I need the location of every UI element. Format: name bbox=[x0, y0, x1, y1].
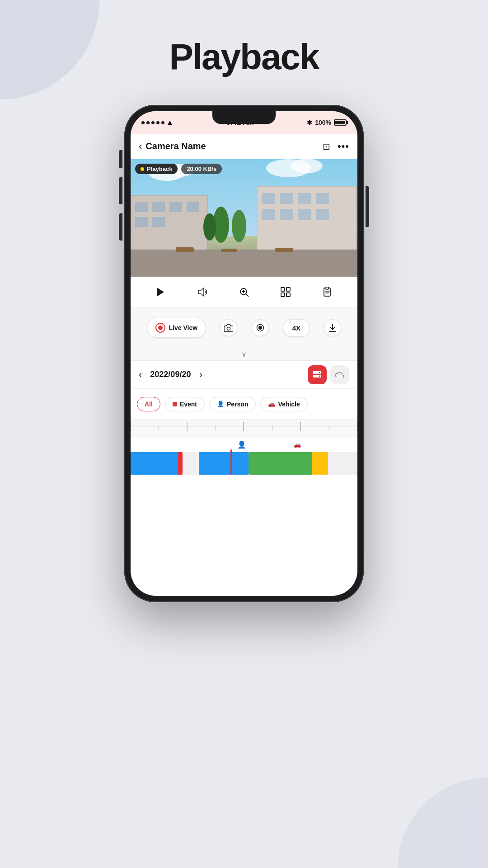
battery-icon bbox=[334, 119, 347, 126]
screenshot-button[interactable] bbox=[220, 319, 237, 336]
vehicle-icon: 🚗 bbox=[268, 401, 275, 407]
record-button[interactable] bbox=[252, 319, 269, 336]
svg-marker-29 bbox=[157, 288, 164, 297]
date-nav-controls: ‹ 2022/09/20 › bbox=[139, 369, 202, 381]
svg-line-32 bbox=[246, 294, 249, 297]
prev-date-button[interactable]: ‹ bbox=[139, 369, 142, 381]
event-dot-icon bbox=[173, 402, 177, 406]
local-storage-button[interactable] bbox=[308, 365, 327, 384]
svg-point-50 bbox=[319, 372, 320, 373]
play-button[interactable] bbox=[150, 282, 170, 302]
live-view-label: Live View bbox=[169, 324, 198, 331]
volume-button[interactable] bbox=[192, 282, 212, 302]
camera-icon bbox=[224, 324, 233, 332]
phone-frame: ▲ 9:41 AM ✱ 100% ‹ Camera Name ⊡ ••• bbox=[124, 105, 364, 602]
grid-button[interactable] bbox=[276, 282, 296, 302]
playback-dot bbox=[141, 167, 144, 171]
svg-rect-12 bbox=[135, 202, 148, 212]
svg-point-28 bbox=[291, 159, 323, 173]
svg-point-51 bbox=[319, 375, 320, 377]
record-icon bbox=[256, 324, 264, 332]
camera-scene bbox=[131, 159, 357, 277]
zoom-in-button[interactable] bbox=[234, 282, 254, 302]
svg-rect-24 bbox=[275, 248, 293, 252]
back-button[interactable]: ‹ bbox=[139, 141, 142, 152]
volume-up-button[interactable] bbox=[119, 177, 122, 204]
timeline-bar-green bbox=[249, 452, 312, 475]
filter-person-label: Person bbox=[227, 401, 248, 408]
filter-vehicle-label: Vehicle bbox=[278, 401, 300, 408]
power-button[interactable] bbox=[366, 186, 369, 227]
svg-marker-30 bbox=[198, 288, 204, 296]
download-button[interactable] bbox=[324, 319, 341, 336]
svg-rect-6 bbox=[316, 193, 329, 204]
live-view-icon bbox=[155, 323, 165, 333]
svg-point-20 bbox=[203, 213, 216, 241]
svg-rect-22 bbox=[176, 247, 194, 252]
svg-rect-23 bbox=[221, 249, 237, 252]
timeline-ticks-svg bbox=[131, 420, 357, 436]
bg-decoration-tl bbox=[0, 0, 99, 99]
signal-dot-3 bbox=[151, 121, 155, 124]
current-date: 2022/09/20 bbox=[150, 370, 191, 379]
timeline-bar-yellow bbox=[312, 452, 328, 475]
svg-rect-4 bbox=[280, 193, 293, 204]
filter-event-label: Event bbox=[180, 401, 197, 408]
svg-rect-9 bbox=[298, 209, 311, 220]
live-view-inner bbox=[158, 326, 163, 330]
battery-pct: 100% bbox=[315, 119, 331, 126]
clip-button[interactable] bbox=[318, 282, 338, 302]
silent-switch bbox=[119, 150, 122, 168]
timeline-cursor: 13:20:24 bbox=[230, 449, 232, 475]
filter-person[interactable]: 👤 Person bbox=[209, 397, 256, 411]
filter-vehicle[interactable]: 🚗 Vehicle bbox=[260, 397, 307, 411]
date-navigation: ‹ 2022/09/20 › bbox=[131, 361, 357, 389]
svg-rect-10 bbox=[316, 209, 329, 220]
svg-point-19 bbox=[232, 210, 246, 242]
svg-rect-40 bbox=[326, 287, 328, 289]
bluetooth-icon: ✱ bbox=[307, 119, 312, 126]
add-camera-icon[interactable]: ⊡ bbox=[323, 141, 330, 152]
status-right: ✱ 100% bbox=[307, 119, 347, 126]
app-header: ‹ Camera Name ⊡ ••• bbox=[131, 134, 357, 159]
timeline-bars[interactable]: 13:20:24 bbox=[131, 452, 357, 475]
svg-rect-21 bbox=[131, 250, 357, 277]
timeline-bar-blue-2 bbox=[199, 452, 249, 475]
wifi-icon: ▲ bbox=[166, 118, 174, 127]
volume-down-button[interactable] bbox=[119, 213, 122, 241]
cloud-storage-button[interactable] bbox=[330, 365, 349, 384]
more-options-icon[interactable]: ••• bbox=[338, 141, 349, 152]
chevron-row[interactable]: ∨ bbox=[131, 348, 357, 361]
live-view-button[interactable]: Live View bbox=[147, 318, 206, 338]
bg-decoration-br bbox=[398, 778, 488, 868]
signal-dot-2 bbox=[146, 121, 150, 124]
feed-badges: Playback 20.00 KB/s bbox=[135, 164, 222, 174]
page-title: Playback bbox=[169, 36, 319, 78]
controls-bar bbox=[131, 277, 357, 307]
svg-rect-5 bbox=[298, 193, 311, 204]
phone-screen: ▲ 9:41 AM ✱ 100% ‹ Camera Name ⊡ ••• bbox=[131, 111, 357, 596]
status-left: ▲ bbox=[141, 118, 174, 127]
header-title: Camera Name bbox=[145, 141, 206, 151]
filter-event[interactable]: Event bbox=[165, 397, 205, 411]
timeline-area[interactable]: 11:00 12:00 13:00 14:00 15:00 👤 🚗 bbox=[131, 420, 357, 475]
timeline-bar-red bbox=[178, 452, 183, 475]
next-date-button[interactable]: › bbox=[199, 369, 202, 381]
filter-all[interactable]: All bbox=[137, 397, 160, 411]
signal-dot-1 bbox=[141, 121, 145, 124]
speed-label: 4X bbox=[292, 324, 300, 332]
chevron-down-icon: ∨ bbox=[241, 350, 247, 359]
svg-rect-13 bbox=[152, 202, 165, 212]
svg-rect-36 bbox=[286, 288, 290, 291]
svg-rect-17 bbox=[152, 217, 165, 227]
svg-rect-35 bbox=[281, 288, 285, 291]
svg-rect-37 bbox=[281, 293, 285, 297]
person-event-icon: 👤 bbox=[237, 440, 246, 449]
playback-badge: Playback bbox=[135, 164, 178, 174]
camera-feed: Playback 20.00 KB/s bbox=[131, 159, 357, 277]
speed-button[interactable]: 4X bbox=[283, 319, 310, 337]
scene-svg bbox=[131, 159, 357, 277]
filter-all-label: All bbox=[145, 401, 153, 408]
timeline-ruler: 11:00 12:00 13:00 14:00 15:00 bbox=[131, 420, 357, 438]
svg-point-43 bbox=[227, 327, 230, 330]
